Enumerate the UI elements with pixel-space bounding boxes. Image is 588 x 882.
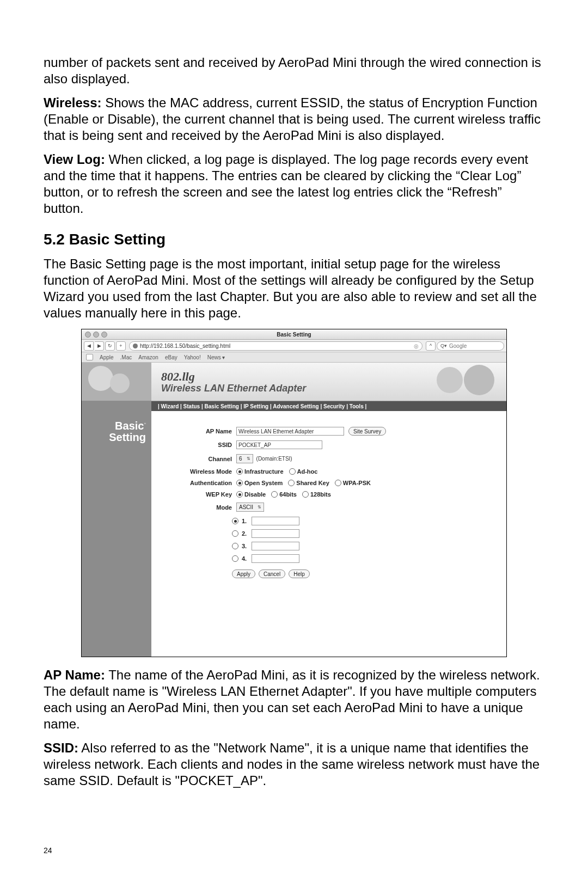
opt-shared-key: Shared Key bbox=[296, 480, 329, 486]
favicon-icon bbox=[133, 344, 138, 348]
embedded-screenshot: Basic Setting ◀ ▶ ↻ + http://192.168.1.5… bbox=[81, 329, 507, 657]
minimize-icon[interactable] bbox=[93, 332, 99, 338]
window-title: Basic Setting bbox=[82, 332, 506, 338]
apply-button[interactable]: Apply bbox=[232, 569, 255, 578]
label-viewlog: View Log: bbox=[44, 152, 105, 167]
page-number: 24 bbox=[44, 846, 52, 855]
opt-wpa-psk: WPA-PSK bbox=[343, 480, 371, 486]
traffic-lights[interactable] bbox=[85, 332, 107, 338]
search-placeholder: Google bbox=[449, 343, 467, 349]
page-sidebar: Basic◦ Setting bbox=[82, 363, 151, 657]
sidebar-title-line1: Basic bbox=[115, 420, 144, 432]
page-tabs[interactable]: | Wizard | Status | Basic Setting | IP S… bbox=[151, 401, 506, 411]
ssid-input[interactable]: POCKET_AP bbox=[236, 440, 322, 449]
opt-open-system: Open System bbox=[244, 480, 283, 486]
label-wireless: Wireless: bbox=[44, 95, 102, 110]
key4-input[interactable] bbox=[252, 554, 299, 563]
label-ssid: SSID: bbox=[44, 740, 78, 755]
channel-label: Channel bbox=[168, 456, 236, 462]
help-button[interactable]: Help bbox=[289, 569, 310, 578]
zoom-icon[interactable] bbox=[101, 332, 107, 338]
auth-label: Authentication bbox=[168, 480, 236, 486]
radio-wep-128[interactable] bbox=[302, 491, 309, 498]
mode-label: Mode bbox=[168, 504, 236, 511]
para-viewlog: View Log: When clicked, a log page is di… bbox=[44, 151, 544, 217]
wep-label: WEP Key bbox=[168, 491, 236, 498]
bookmark-news[interactable]: News ▾ bbox=[207, 354, 225, 360]
search-icon: Q▾ bbox=[440, 343, 447, 348]
radio-key2[interactable] bbox=[232, 530, 238, 537]
para-basic-intro: The Basic Setting page is the most impor… bbox=[44, 256, 544, 321]
key2-input[interactable] bbox=[252, 529, 299, 538]
key1-input[interactable] bbox=[252, 517, 299, 525]
site-survey-button[interactable]: Site Survey bbox=[348, 427, 386, 436]
radio-shared-key[interactable] bbox=[288, 480, 295, 486]
opt-wep-64: 64bits bbox=[279, 491, 297, 498]
opt-adhoc: Ad-hoc bbox=[297, 468, 318, 475]
close-icon[interactable] bbox=[85, 332, 91, 338]
hero-people-image bbox=[419, 365, 501, 399]
channel-select[interactable]: 6 bbox=[236, 454, 253, 463]
ap-name-label: AP Name bbox=[168, 428, 236, 434]
text-ssid: Also referred to as the "Network Name", … bbox=[44, 740, 540, 788]
bookmark-ebay[interactable]: eBay bbox=[165, 354, 177, 360]
ap-name-input[interactable]: Wireless LAN Ethernet Adapter bbox=[236, 427, 344, 436]
radio-wep-disable[interactable] bbox=[236, 491, 243, 498]
rss-icon[interactable]: ◎ bbox=[414, 343, 419, 349]
label-apname: AP Name: bbox=[44, 667, 105, 682]
bookmarks-menu-icon[interactable] bbox=[86, 354, 93, 360]
radio-adhoc[interactable] bbox=[289, 468, 296, 475]
radio-open-system[interactable] bbox=[236, 480, 243, 486]
para-packets: number of packets sent and received by A… bbox=[44, 54, 544, 87]
bookmark-apple[interactable]: Apple bbox=[100, 354, 114, 360]
url-field[interactable]: http://192.168.1.50/basic_setting.html ◎ bbox=[129, 341, 422, 351]
reload-button[interactable]: ↻ bbox=[105, 341, 115, 351]
radio-key3[interactable] bbox=[232, 543, 238, 549]
text-wireless: Shows the MAC address, current ESSID, th… bbox=[44, 95, 541, 143]
key4-label: 4. bbox=[242, 555, 252, 562]
key3-input[interactable] bbox=[252, 542, 299, 550]
key2-label: 2. bbox=[242, 530, 252, 537]
wireless-mode-label: Wireless Mode bbox=[168, 468, 236, 475]
opt-wep-128: 128bits bbox=[310, 491, 331, 498]
radio-infrastructure[interactable] bbox=[236, 468, 243, 475]
settings-form: AP Name Wireless LAN Ethernet Adapter Si… bbox=[151, 411, 506, 588]
radio-key1[interactable] bbox=[232, 518, 238, 524]
add-bookmark-button[interactable]: + bbox=[116, 341, 126, 351]
key3-label: 3. bbox=[242, 543, 252, 549]
sidebar-title: Basic◦ Setting bbox=[82, 401, 151, 443]
para-wireless: Wireless: Shows the MAC address, current… bbox=[44, 95, 544, 144]
section-heading: 5.2 Basic Setting bbox=[44, 231, 544, 248]
bookmarks-bar: Apple .Mac Amazon eBay Yahoo! News ▾ bbox=[82, 352, 506, 363]
nav-back-button[interactable]: ◀ bbox=[84, 341, 94, 351]
hero-banner: 802.llg Wireless LAN Ethernet Adapter bbox=[151, 363, 506, 401]
sidebar-title-line2: Setting bbox=[109, 431, 146, 443]
bookmark-yahoo[interactable]: Yahoo! bbox=[184, 354, 201, 360]
radio-wep-64[interactable] bbox=[271, 491, 278, 498]
key1-label: 1. bbox=[242, 518, 252, 524]
search-field[interactable]: Q▾ Google bbox=[437, 341, 504, 351]
window-titlebar: Basic Setting bbox=[82, 329, 506, 340]
sidebar-hero-image bbox=[82, 363, 151, 401]
bookmark-mac[interactable]: .Mac bbox=[120, 354, 132, 360]
page-main: 802.llg Wireless LAN Ethernet Adapter | … bbox=[151, 363, 506, 657]
mode-select[interactable]: ASCII bbox=[236, 503, 264, 512]
text-apname: The name of the AeroPad Mini, as it is r… bbox=[44, 667, 540, 731]
para-ssid: SSID: Also referred to as the "Network N… bbox=[44, 740, 544, 789]
browser-toolbar: ◀ ▶ ↻ + http://192.168.1.50/basic_settin… bbox=[82, 340, 506, 352]
ssid-label: SSID bbox=[168, 442, 236, 448]
cancel-button[interactable]: Cancel bbox=[259, 569, 285, 578]
text-viewlog: When clicked, a log page is displayed. T… bbox=[44, 152, 528, 216]
nav-forward-button[interactable]: ▶ bbox=[95, 341, 104, 351]
history-dropdown[interactable]: ^ bbox=[426, 341, 436, 351]
radio-wpa-psk[interactable] bbox=[335, 480, 341, 486]
channel-domain-hint: (Domain:ETSI) bbox=[256, 456, 292, 462]
radio-key4[interactable] bbox=[232, 555, 238, 562]
bookmark-amazon[interactable]: Amazon bbox=[138, 354, 158, 360]
para-apname: AP Name: The name of the AeroPad Mini, a… bbox=[44, 667, 544, 732]
opt-infrastructure: Infrastructure bbox=[244, 468, 284, 475]
url-text: http://192.168.1.50/basic_setting.html bbox=[140, 343, 230, 349]
opt-wep-disable: Disable bbox=[244, 491, 266, 498]
